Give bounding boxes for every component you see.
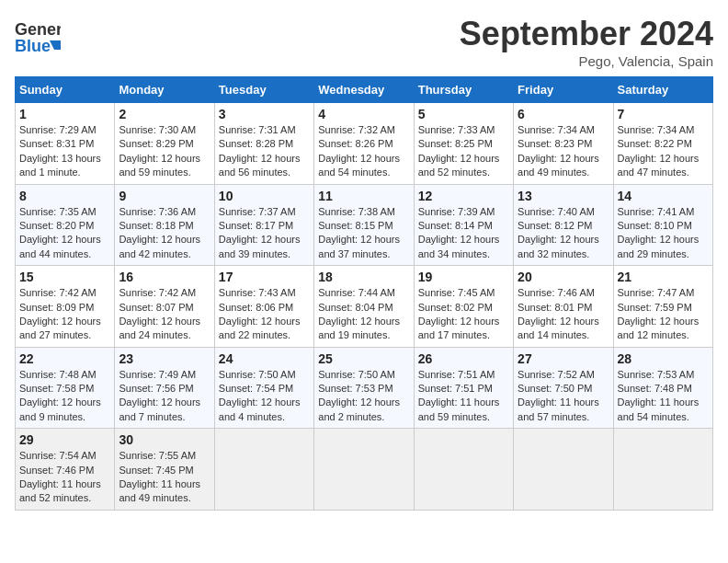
cell-info: Sunrise: 7:48 AMSunset: 7:58 PMDaylight:… <box>19 369 101 422</box>
calendar-cell-25: 25Sunrise: 7:50 AMSunset: 7:53 PMDayligh… <box>314 347 414 429</box>
calendar-cell-24: 24Sunrise: 7:50 AMSunset: 7:54 PMDayligh… <box>214 347 313 429</box>
cell-info: Sunrise: 7:36 AMSunset: 8:18 PMDaylight:… <box>119 206 200 259</box>
day-number: 23 <box>119 351 210 366</box>
cell-info: Sunrise: 7:53 AMSunset: 7:48 PMDaylight:… <box>618 369 700 422</box>
day-number: 28 <box>618 351 709 366</box>
cell-info: Sunrise: 7:41 AMSunset: 8:10 PMDaylight:… <box>618 206 700 259</box>
calendar-cell-30: 30Sunrise: 7:55 AMSunset: 7:45 PMDayligh… <box>115 429 214 511</box>
day-number: 20 <box>518 270 609 284</box>
col-header-friday: Friday <box>514 77 613 103</box>
cell-info: Sunrise: 7:43 AMSunset: 8:06 PMDaylight:… <box>219 287 301 340</box>
cell-info: Sunrise: 7:32 AMSunset: 8:26 PMDaylight:… <box>318 124 400 178</box>
month-title: September 2024 <box>460 15 713 53</box>
col-header-saturday: Saturday <box>613 77 712 103</box>
col-header-thursday: Thursday <box>414 77 513 103</box>
title-block: September 2024 Pego, Valencia, Spain <box>460 15 713 69</box>
cell-info: Sunrise: 7:51 AMSunset: 7:51 PMDaylight:… <box>418 369 500 422</box>
week-row-4: 22Sunrise: 7:48 AMSunset: 7:58 PMDayligh… <box>16 347 713 429</box>
col-header-monday: Monday <box>115 77 214 103</box>
cell-info: Sunrise: 7:37 AMSunset: 8:17 PMDaylight:… <box>219 206 301 259</box>
day-number: 15 <box>19 270 110 284</box>
calendar-cell-5: 5Sunrise: 7:33 AMSunset: 8:25 PMDaylight… <box>414 103 513 185</box>
calendar-cell-3: 3Sunrise: 7:31 AMSunset: 8:28 PMDaylight… <box>214 103 313 185</box>
cell-info: Sunrise: 7:38 AMSunset: 8:15 PMDaylight:… <box>318 206 400 259</box>
cell-info: Sunrise: 7:45 AMSunset: 8:02 PMDaylight:… <box>418 287 500 340</box>
calendar-cell-8: 8Sunrise: 7:35 AMSunset: 8:20 PMDaylight… <box>16 184 115 266</box>
day-number: 30 <box>119 432 210 447</box>
day-number: 1 <box>19 107 110 121</box>
day-number: 24 <box>219 351 310 366</box>
cell-info: Sunrise: 7:33 AMSunset: 8:25 PMDaylight:… <box>418 124 500 178</box>
logo-icon: General Blue <box>15 15 61 61</box>
calendar-cell-7: 7Sunrise: 7:34 AMSunset: 8:22 PMDaylight… <box>613 103 712 185</box>
day-number: 14 <box>618 189 709 203</box>
calendar-cell-14: 14Sunrise: 7:41 AMSunset: 8:10 PMDayligh… <box>613 184 712 266</box>
day-number: 13 <box>518 189 609 203</box>
cell-info: Sunrise: 7:52 AMSunset: 7:50 PMDaylight:… <box>518 369 599 422</box>
week-row-2: 8Sunrise: 7:35 AMSunset: 8:20 PMDaylight… <box>16 184 713 266</box>
calendar-cell-29: 29Sunrise: 7:54 AMSunset: 7:46 PMDayligh… <box>16 429 115 511</box>
cell-info: Sunrise: 7:42 AMSunset: 8:07 PMDaylight:… <box>119 287 200 340</box>
day-number: 5 <box>418 107 509 121</box>
day-number: 2 <box>119 107 210 121</box>
cell-info: Sunrise: 7:49 AMSunset: 7:56 PMDaylight:… <box>119 369 200 422</box>
calendar-cell <box>314 429 414 511</box>
calendar-cell-10: 10Sunrise: 7:37 AMSunset: 8:17 PMDayligh… <box>214 184 313 266</box>
day-number: 19 <box>418 270 509 284</box>
calendar-cell-11: 11Sunrise: 7:38 AMSunset: 8:15 PMDayligh… <box>314 184 414 266</box>
cell-info: Sunrise: 7:47 AMSunset: 7:59 PMDaylight:… <box>618 287 700 340</box>
calendar-cell-23: 23Sunrise: 7:49 AMSunset: 7:56 PMDayligh… <box>115 347 214 429</box>
calendar-cell-12: 12Sunrise: 7:39 AMSunset: 8:14 PMDayligh… <box>414 184 513 266</box>
calendar-cell-18: 18Sunrise: 7:44 AMSunset: 8:04 PMDayligh… <box>314 266 414 348</box>
day-number: 29 <box>19 432 110 447</box>
calendar-cell <box>514 429 613 511</box>
calendar-cell-20: 20Sunrise: 7:46 AMSunset: 8:01 PMDayligh… <box>514 266 613 348</box>
day-number: 4 <box>318 107 409 121</box>
week-row-5: 29Sunrise: 7:54 AMSunset: 7:46 PMDayligh… <box>16 429 713 511</box>
cell-info: Sunrise: 7:31 AMSunset: 8:28 PMDaylight:… <box>219 124 301 178</box>
day-number: 8 <box>19 189 110 203</box>
cell-info: Sunrise: 7:35 AMSunset: 8:20 PMDaylight:… <box>19 206 101 259</box>
day-number: 21 <box>618 270 709 284</box>
col-header-wednesday: Wednesday <box>314 77 414 103</box>
cell-info: Sunrise: 7:50 AMSunset: 7:54 PMDaylight:… <box>219 369 301 422</box>
calendar-cell-22: 22Sunrise: 7:48 AMSunset: 7:58 PMDayligh… <box>16 347 115 429</box>
calendar-cell-13: 13Sunrise: 7:40 AMSunset: 8:12 PMDayligh… <box>514 184 613 266</box>
page-header: General Blue September 2024 Pego, Valenc… <box>15 15 713 69</box>
cell-info: Sunrise: 7:29 AMSunset: 8:31 PMDaylight:… <box>19 124 101 178</box>
day-number: 11 <box>318 189 409 203</box>
calendar-cell-15: 15Sunrise: 7:42 AMSunset: 8:09 PMDayligh… <box>16 266 115 348</box>
location: Pego, Valencia, Spain <box>460 53 713 69</box>
calendar-cell-26: 26Sunrise: 7:51 AMSunset: 7:51 PMDayligh… <box>414 347 513 429</box>
day-number: 16 <box>119 270 210 284</box>
cell-info: Sunrise: 7:30 AMSunset: 8:29 PMDaylight:… <box>119 124 200 178</box>
day-number: 27 <box>518 351 609 366</box>
calendar-cell-16: 16Sunrise: 7:42 AMSunset: 8:07 PMDayligh… <box>115 266 214 348</box>
cell-info: Sunrise: 7:34 AMSunset: 8:23 PMDaylight:… <box>518 124 599 178</box>
cell-info: Sunrise: 7:55 AMSunset: 7:45 PMDaylight:… <box>119 450 200 503</box>
cell-info: Sunrise: 7:50 AMSunset: 7:53 PMDaylight:… <box>318 369 400 422</box>
calendar-cell-9: 9Sunrise: 7:36 AMSunset: 8:18 PMDaylight… <box>115 184 214 266</box>
calendar-cell <box>414 429 513 511</box>
day-number: 6 <box>518 107 609 121</box>
day-number: 9 <box>119 189 210 203</box>
day-number: 7 <box>618 107 709 121</box>
svg-text:General: General <box>15 20 61 39</box>
day-number: 17 <box>219 270 310 284</box>
cell-info: Sunrise: 7:54 AMSunset: 7:46 PMDaylight:… <box>19 450 101 503</box>
day-number: 18 <box>318 270 409 284</box>
svg-text:Blue: Blue <box>15 37 51 55</box>
calendar-cell-6: 6Sunrise: 7:34 AMSunset: 8:23 PMDaylight… <box>514 103 613 185</box>
header-row: SundayMondayTuesdayWednesdayThursdayFrid… <box>16 77 713 103</box>
cell-info: Sunrise: 7:44 AMSunset: 8:04 PMDaylight:… <box>318 287 400 340</box>
calendar-cell-17: 17Sunrise: 7:43 AMSunset: 8:06 PMDayligh… <box>214 266 313 348</box>
day-number: 10 <box>219 189 310 203</box>
calendar-cell <box>214 429 313 511</box>
col-header-sunday: Sunday <box>16 77 115 103</box>
cell-info: Sunrise: 7:40 AMSunset: 8:12 PMDaylight:… <box>518 206 599 259</box>
col-header-tuesday: Tuesday <box>214 77 313 103</box>
logo: General Blue <box>15 15 61 61</box>
week-row-3: 15Sunrise: 7:42 AMSunset: 8:09 PMDayligh… <box>16 266 713 348</box>
calendar-cell-28: 28Sunrise: 7:53 AMSunset: 7:48 PMDayligh… <box>613 347 712 429</box>
calendar-cell-19: 19Sunrise: 7:45 AMSunset: 8:02 PMDayligh… <box>414 266 513 348</box>
